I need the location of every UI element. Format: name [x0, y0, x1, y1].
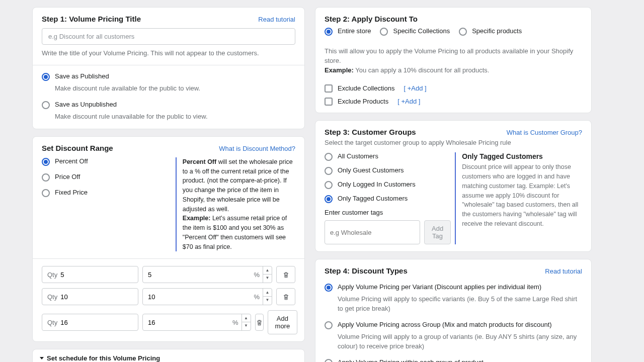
exclude-collections-row: Exclude Collections [ +Add ]	[325, 84, 582, 93]
radio-save-published[interactable]: Save as Published	[42, 72, 295, 81]
radio-icon	[325, 195, 333, 203]
tier-row: Qty ▲▼ % ▲▼	[42, 266, 295, 283]
add-exclude-collections[interactable]: [ +Add ]	[404, 84, 426, 92]
radio-fixed-price[interactable]: Fixed Price	[42, 189, 172, 197]
delete-tier-button[interactable]	[276, 288, 295, 305]
radio-icon	[42, 73, 50, 81]
discount-range-card: Set Discount Range What is Discount Meth…	[32, 136, 305, 342]
radio-per-variant[interactable]: Apply Volume Pricing per Variant (Discou…	[325, 283, 582, 292]
stepper-icon[interactable]: ▲▼	[263, 289, 272, 305]
radio-price-off[interactable]: Price Off	[42, 173, 172, 182]
stepper-icon[interactable]: ▲▼	[263, 266, 272, 283]
stepper-icon[interactable]: ▲▼	[242, 314, 251, 330]
step4-title: Step 4: Discount Types	[325, 266, 408, 275]
radio-logged-in-customers[interactable]: Only Logged In Customers	[325, 180, 451, 189]
divider-line	[176, 157, 177, 252]
radio-entire-store[interactable]: Entire store	[325, 27, 371, 36]
radio-save-unpublished[interactable]: Save as Unpublished	[42, 101, 295, 109]
checkbox-exclude-collections[interactable]	[325, 84, 333, 93]
radio-specific-collections[interactable]: Specific Collections	[380, 27, 450, 36]
customer-group-link[interactable]: What is Customer Group?	[507, 129, 582, 136]
discount-tiers: Qty ▲▼ % ▲▼	[42, 266, 295, 334]
divider-line	[455, 152, 456, 244]
radio-icon	[325, 28, 333, 36]
volume-title-input[interactable]	[42, 28, 295, 45]
schedule-accordion[interactable]: Set schedule for this Volume Pricing You…	[32, 349, 305, 362]
radio-percent-off[interactable]: Percent Off	[42, 157, 172, 166]
radio-icon	[325, 167, 333, 175]
qty-input[interactable]: Qty ▲▼	[42, 288, 138, 305]
step4-tutorial-link[interactable]: Read tutorial	[545, 267, 582, 275]
discount-range-title: Set Discount Range	[42, 144, 113, 152]
discount-method-link[interactable]: What is Discount Method?	[219, 145, 295, 152]
step3-title: Step 3: Customer Groups	[325, 128, 416, 136]
radio-across-group[interactable]: Apply Volume Pricing across Group (Mix a…	[325, 321, 582, 329]
radio-specific-products[interactable]: Specific products	[459, 27, 522, 36]
radio-icon	[42, 173, 50, 182]
radio-icon	[325, 153, 333, 161]
add-more-button[interactable]: Add more	[268, 310, 298, 334]
customer-tag-input[interactable]	[325, 220, 420, 244]
step3-card: Step 3: Customer Groups What is Customer…	[315, 120, 592, 252]
trash-icon	[256, 319, 263, 326]
radio-within-group[interactable]: Apply Volume Pricing within each group o…	[325, 358, 582, 362]
radio-icon	[325, 359, 333, 362]
step1-title: Step 1: Volume Pricing Title	[42, 15, 141, 23]
caret-down-icon	[40, 357, 44, 359]
radio-icon	[42, 189, 50, 197]
radio-icon	[42, 158, 50, 166]
delete-tier-button[interactable]	[255, 314, 264, 331]
radio-icon	[325, 321, 333, 329]
exclude-products-row: Exclude Products [ +Add ]	[325, 98, 582, 106]
radio-guest-customers[interactable]: Only Guest Customers	[325, 166, 451, 175]
step4-card: Step 4: Discount Types Read tutorial App…	[315, 259, 592, 362]
step2-card: Step 2: Apply Discount To Entire store S…	[315, 7, 592, 113]
percent-input[interactable]: % ▲▼	[142, 266, 272, 283]
add-exclude-products[interactable]: [ +Add ]	[397, 98, 420, 105]
radio-tagged-customers[interactable]: Only Tagged Customers	[325, 195, 451, 203]
radio-icon	[42, 101, 50, 109]
qty-input[interactable]: Qty ▲▼	[42, 314, 138, 331]
radio-icon	[325, 284, 333, 292]
qty-input[interactable]: Qty ▲▼	[42, 266, 138, 283]
radio-icon	[459, 28, 467, 36]
tier-row: Qty ▲▼ % ▲▼ Add more	[42, 310, 295, 334]
radio-all-customers[interactable]: All Customers	[325, 152, 451, 161]
step2-title: Step 2: Apply Discount To	[325, 15, 582, 23]
tier-row: Qty ▲▼ % ▲▼	[42, 288, 295, 305]
percent-input[interactable]: % ▲▼	[142, 288, 272, 305]
volume-title-help: Write the title of your Volume Pricing. …	[42, 49, 295, 58]
radio-icon	[325, 181, 333, 189]
checkbox-exclude-products[interactable]	[325, 98, 333, 106]
step1-tutorial-link[interactable]: Read tutorial	[258, 16, 295, 23]
radio-icon	[380, 28, 388, 36]
step1-card: Step 1: Volume Pricing Title Read tutori…	[32, 7, 305, 129]
trash-icon	[282, 293, 290, 301]
percent-input[interactable]: % ▲▼	[142, 314, 251, 331]
trash-icon	[282, 271, 290, 279]
add-tag-button[interactable]: Add Tag	[424, 220, 451, 244]
delete-tier-button[interactable]	[276, 266, 295, 283]
